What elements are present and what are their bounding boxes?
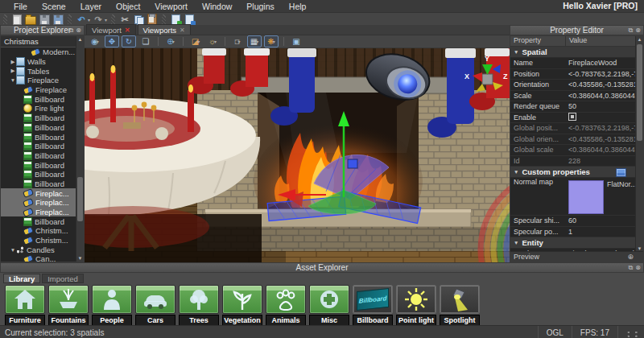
tab-close-icon[interactable]: ✕ (125, 27, 130, 34)
undo-icon[interactable]: ↶ (76, 14, 87, 25)
project-explorer-header[interactable]: Project Explorer ⧉⊗ (0, 25, 85, 35)
float-panel-icon[interactable]: ⧉ (69, 27, 74, 35)
property-row-global-posit-[interactable]: Global posit...<-0.783763,2.2198,-7... (510, 123, 636, 134)
import-icon[interactable] (170, 14, 181, 25)
save-as-icon[interactable] (52, 14, 64, 25)
rotate-tool-icon[interactable]: ↻ (122, 35, 136, 47)
tree-item-tables[interactable]: ▶Tables (1, 66, 84, 76)
collapse-icon[interactable]: ▼ (514, 240, 518, 245)
undo-icon-dropdown[interactable]: ▾ (88, 17, 90, 23)
tree-item-fireplace[interactable]: Fireplace (1, 85, 84, 95)
close-panel-icon[interactable]: ⊗ (635, 264, 641, 272)
tree-item-billboard[interactable]: Billboard (1, 160, 84, 170)
move-tool-icon[interactable]: ✥ (105, 35, 119, 47)
tree-item-fireplac-[interactable]: Fireplac... (1, 188, 84, 198)
expander-icon[interactable]: ▼ (10, 77, 16, 83)
asset-button-fountains[interactable]: Fountains (48, 285, 89, 326)
redo-icon[interactable]: ↷ (93, 14, 104, 25)
property-row-global-scale[interactable]: Global scale<0.386044,0.386044,... (510, 145, 636, 156)
section-entity[interactable]: ▼Entity (510, 237, 636, 249)
property-value[interactable]: 50 (565, 102, 636, 110)
asset-button-animals[interactable]: Animals (266, 285, 306, 326)
scroll-down-icon[interactable]: ▼ (76, 256, 84, 261)
property-row-enable[interactable]: Enable (510, 113, 636, 124)
tree-item-billboard[interactable]: Billboard (1, 94, 84, 104)
property-value[interactable]: <0.386044,0.386044,... (565, 92, 636, 100)
effects-icon[interactable]: ❋▾ (264, 35, 279, 47)
property-value[interactable]: <0.435586,-0.135281,... (565, 135, 636, 143)
tree-item-billboard[interactable]: Billboard (1, 151, 84, 161)
float-panel-icon[interactable]: ⧉ (629, 264, 634, 272)
new-file-icon[interactable] (11, 14, 23, 25)
property-value[interactable]: FireplaceWood (565, 59, 636, 67)
asset-button-billboard[interactable]: BillboardBillboard (353, 285, 393, 326)
tree-scrollbar[interactable]: ▲ ▼ (76, 36, 84, 262)
scroll-up-icon[interactable]: ▲ (76, 37, 84, 42)
redo-icon-dropdown[interactable]: ▾ (105, 17, 107, 23)
preview-section[interactable]: Preview ⊕ (510, 251, 643, 262)
cut-icon[interactable]: ✂ (119, 14, 130, 25)
tree-item-billboard[interactable]: Billboard (1, 113, 84, 123)
property-row-render-queue[interactable]: Render queue50 (510, 101, 636, 113)
world-icon[interactable]: ⊕▾ (163, 35, 178, 47)
property-editor-header[interactable]: Property Editor ⧉⊗ (510, 25, 644, 35)
asset-button-vegetation[interactable]: Vegetation (222, 285, 262, 326)
camera-icon[interactable]: ◘▾ (230, 35, 245, 47)
tree-item-fireplace[interactable]: ▼Fireplace (1, 76, 84, 85)
normal-map-swatch[interactable] (568, 180, 604, 214)
asset-button-people[interactable]: People (92, 285, 132, 326)
property-value[interactable] (565, 113, 636, 122)
preview-target-icon[interactable]: ⊕ (627, 252, 634, 262)
asset-explorer-header[interactable]: Asset Explorer ⧉⊗ (0, 262, 644, 273)
asset-tab-imported[interactable]: Imported (42, 274, 84, 283)
property-value[interactable]: <-0.783763,2.2198,-7... (565, 124, 636, 132)
property-value[interactable]: <0.386044,0.386044,... (565, 146, 636, 154)
tree-item-candles[interactable]: ▼Candles (1, 245, 84, 254)
grid-icon[interactable]: ▦▾ (247, 35, 262, 47)
viewport-tab-viewports[interactable]: Viewports✕ (138, 24, 191, 35)
tree-item-christm-[interactable]: Christm... (1, 236, 84, 245)
tree-item-billboard[interactable]: Billboard (1, 132, 84, 142)
tree-item-billboard[interactable]: Billboard (1, 170, 84, 179)
menu-help[interactable]: Help (282, 2, 314, 11)
expander-icon[interactable]: ▶ (10, 68, 16, 74)
menu-plugins[interactable]: Plugins (239, 2, 281, 11)
asset-button-trees[interactable]: Trees (179, 285, 219, 326)
asset-button-cars[interactable]: Cars (135, 285, 175, 326)
close-panel-icon[interactable]: ⊗ (635, 27, 641, 35)
property-value[interactable]: FlatNor... (565, 178, 636, 214)
view-mode-icon[interactable]: ◉▾ (88, 35, 102, 47)
tree-item-fire-light[interactable]: Fire light (1, 104, 84, 113)
property-value[interactable]: <-0.783763,2.2198,-7... (565, 70, 636, 78)
section-custom-properties[interactable]: ▼Custom properties (510, 167, 636, 178)
viewport-tab-viewport[interactable]: Viewport✕ (86, 24, 136, 35)
property-row-orientation[interactable]: Orientation<0.435586,-0.135281,... (510, 80, 636, 91)
property-value[interactable]: 228 (565, 157, 636, 165)
tree-item-modern-[interactable]: Modern... (1, 47, 84, 57)
tree-item-billboard[interactable]: Billboard (1, 142, 84, 151)
project-tree[interactable]: Christmas Modern...▶Walls▶Tables▼Firepla… (0, 35, 85, 262)
expander-icon[interactable]: ▼ (10, 247, 16, 253)
property-row-specular-shi-[interactable]: Specular shi...60 (510, 216, 636, 227)
tree-item-christm-[interactable]: Christm... (1, 226, 84, 236)
menu-file[interactable]: File (6, 2, 35, 11)
menu-scene[interactable]: Scene (35, 2, 73, 11)
physics-icon[interactable]: ◪▾ (188, 35, 203, 47)
property-row-name[interactable]: NameFireplaceWood (510, 58, 636, 69)
asset-button-point-light[interactable]: Point light (396, 285, 436, 326)
asset-button-furniture[interactable]: Furniture (5, 285, 45, 326)
tab-close-icon[interactable]: ✕ (180, 27, 185, 34)
viewport-3d-scene[interactable]: X Y Z (85, 48, 510, 262)
export-icon[interactable] (184, 14, 195, 25)
property-row-scale[interactable]: Scale<0.386044,0.386044,... (510, 91, 636, 102)
property-value[interactable]: 1 (565, 228, 636, 236)
scroll-up-icon[interactable]: ▲ (636, 37, 643, 42)
edit-table-icon[interactable] (616, 168, 626, 177)
collapse-icon[interactable]: ▼ (514, 169, 518, 175)
property-row-global-orien-[interactable]: Global orien...<0.435586,-0.135281,... (510, 134, 636, 146)
asset-tab-library[interactable]: Library (3, 274, 40, 283)
tree-item-billboard[interactable]: Billboard (1, 123, 84, 133)
menu-object[interactable]: Object (109, 2, 147, 11)
tree-root-node[interactable]: Christmas (1, 36, 84, 47)
property-scroll-thumb[interactable] (637, 44, 642, 141)
